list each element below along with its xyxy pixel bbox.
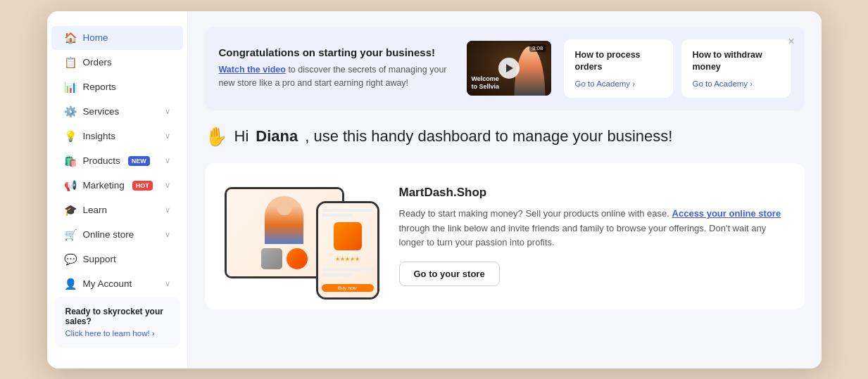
marketing-chevron-icon: ∨ [165, 181, 170, 190]
mockup-bar-2 [322, 214, 353, 217]
sidebar-label-support: Support [83, 254, 116, 264]
sidebar-item-my-account[interactable]: 👤My Account∨ [51, 272, 183, 296]
sidebar-footer-link[interactable]: Click here to learn how! › [65, 329, 169, 338]
orders-icon: 📋 [64, 56, 77, 69]
store-desc-link[interactable]: Access your online store [672, 208, 781, 219]
sidebar-item-learn[interactable]: 🎓Learn∨ [51, 198, 183, 222]
sidebar-item-insights[interactable]: 💡Insights∨ [51, 124, 183, 148]
learn-icon: 🎓 [64, 204, 77, 217]
store-card: ★★★★★ Buy now MartDash.Shop Ready to sta… [205, 163, 805, 309]
marketing-icon: 📢 [64, 179, 77, 192]
store-desc-suffix: through the link below and invite friend… [399, 223, 767, 248]
video-label: Welcome to Sellvia [472, 75, 500, 91]
go-to-store-button[interactable]: Go to your store [399, 262, 500, 286]
sidebar-label-products: Products [83, 155, 120, 166]
banner-card-1: How to withdraw moneyGo to Academy › [681, 39, 791, 98]
banner-video[interactable]: Welcome to Sellvia 3:08 [467, 41, 551, 96]
sidebar-label-services: Services [83, 106, 120, 117]
learn-chevron-icon: ∨ [165, 205, 170, 214]
marketing-badge: HOT [132, 181, 153, 191]
banner: × Congratulations on starting your busin… [205, 27, 805, 110]
mockup-phone-stars: ★★★★★ [322, 256, 374, 262]
sidebar-footer-link-label: Click here to learn how! [65, 329, 150, 338]
banner-card-0: How to process ordersGo to Academy › [564, 39, 673, 98]
store-desc-prefix: Ready to start making money? Sell your p… [399, 208, 672, 219]
banner-card-title-1: How to withdraw money [693, 49, 779, 74]
store-info: MartDash.Shop Ready to start making mone… [399, 186, 785, 286]
sidebar-footer-title: Ready to skyrocket your sales? [65, 307, 169, 326]
products-chevron-icon: ∨ [165, 156, 170, 165]
mockup-phone: ★★★★★ Buy now [316, 201, 379, 300]
products-badge: NEW [128, 156, 150, 166]
home-icon: 🏠 [64, 32, 77, 44]
close-icon[interactable]: × [788, 35, 794, 48]
mockup-product-headphones [287, 248, 308, 269]
sidebar-footer: Ready to skyrocket your sales? Click her… [54, 297, 180, 347]
play-button[interactable] [498, 58, 520, 79]
welcome-emoji: ✋ [205, 126, 227, 148]
insights-chevron-icon: ∨ [165, 131, 170, 141]
watch-video-link[interactable]: Watch the video [219, 65, 286, 75]
banner-cards: How to process ordersGo to Academy ›How … [564, 39, 791, 98]
mockup-person [265, 196, 303, 244]
mockup-bar-1 [322, 209, 374, 212]
sidebar: 🏠Home📋Orders📊Reports⚙️Services∨💡Insights… [47, 11, 188, 368]
services-chevron-icon: ∨ [165, 107, 170, 116]
sidebar-item-marketing[interactable]: 📢MarketingHOT∨ [51, 174, 183, 198]
sidebar-item-reports[interactable]: 📊Reports [51, 75, 183, 99]
insights-icon: 💡 [64, 130, 77, 143]
support-icon: 💬 [64, 253, 77, 266]
sidebar-label-insights: Insights [83, 131, 116, 141]
mockup-bar-3 [322, 268, 374, 271]
app-window: 🏠Home📋Orders📊Reports⚙️Services∨💡Insights… [47, 11, 822, 368]
mockup-phone-bars [322, 209, 374, 217]
sidebar-item-products[interactable]: 🛍️ProductsNEW∨ [51, 149, 183, 173]
video-duration: 3:08 [529, 44, 546, 52]
sidebar-item-services[interactable]: ⚙️Services∨ [51, 100, 183, 124]
banner-title: Congratulations on starting your busines… [219, 46, 454, 58]
banner-text: Congratulations on starting your busines… [219, 46, 454, 91]
store-name: MartDash.Shop [399, 186, 785, 200]
welcome-name: Diana [256, 127, 298, 146]
sidebar-item-online-store[interactable]: 🛒Online store∨ [51, 223, 183, 247]
banner-card-link-0[interactable]: Go to Academy › [575, 79, 662, 88]
welcome-suffix: , use this handy dashboard to manage you… [305, 127, 672, 146]
services-icon: ⚙️ [64, 105, 77, 118]
mockup-bar-4 [322, 274, 353, 276]
store-mockup: ★★★★★ Buy now [225, 180, 379, 293]
sidebar-label-my-account: My Account [83, 278, 132, 289]
online-store-chevron-icon: ∨ [165, 230, 170, 239]
my-account-chevron-icon: ∨ [165, 279, 170, 288]
sidebar-footer-chevron-icon: › [152, 329, 155, 338]
mockup-products-row [261, 248, 308, 269]
welcome-greeting: Hi [234, 127, 249, 146]
online-store-icon: 🛒 [64, 229, 77, 241]
welcome-row: ✋ Hi Diana, use this handy dashboard to … [205, 123, 805, 150]
banner-card-title-0: How to process orders [575, 49, 662, 74]
store-desc: Ready to start making money? Sell your p… [399, 207, 785, 250]
mockup-product-pot [261, 248, 282, 269]
sidebar-label-online-store: Online store [83, 229, 134, 240]
mockup-phone-btn: Buy now [322, 284, 374, 292]
sidebar-item-home[interactable]: 🏠Home [51, 26, 183, 50]
my-account-icon: 👤 [64, 278, 77, 290]
sidebar-label-orders: Orders [83, 57, 112, 68]
banner-card-link-1[interactable]: Go to Academy › [693, 79, 779, 88]
mockup-phone-screen: ★★★★★ Buy now [318, 203, 377, 297]
main-content: × Congratulations on starting your busin… [188, 11, 822, 368]
products-icon: 🛍️ [64, 155, 77, 167]
sidebar-label-home: Home [83, 32, 108, 43]
mockup-person-head [277, 200, 292, 215]
sidebar-item-orders[interactable]: 📋Orders [51, 51, 183, 75]
sidebar-label-learn: Learn [83, 205, 108, 215]
sidebar-label-marketing: Marketing [83, 180, 125, 191]
sidebar-label-reports: Reports [83, 82, 116, 92]
reports-icon: 📊 [64, 81, 77, 94]
banner-body: Watch the video to discover the secrets … [219, 63, 454, 91]
sidebar-item-support[interactable]: 💬Support [51, 248, 183, 271]
mockup-phone-product [334, 222, 362, 250]
